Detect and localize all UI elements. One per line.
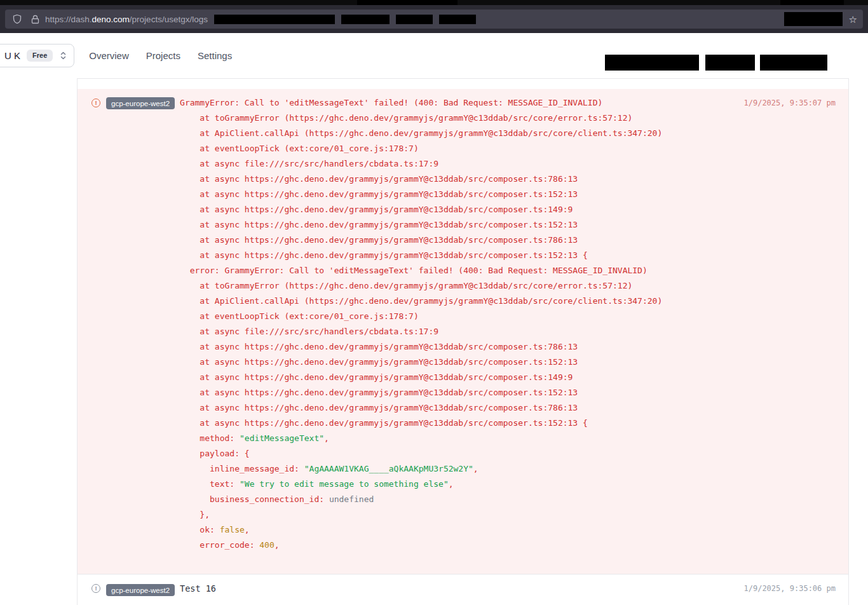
log-line: at async https://ghc.deno.dev/grammyjs/g…: [180, 370, 733, 385]
log-entry-error[interactable]: ! gcp-europe-west2 GrammyError: Call to …: [78, 89, 848, 574]
previous-entry-partial: [78, 79, 848, 89]
log-line: at async https://ghc.deno.dev/grammyjs/g…: [180, 248, 733, 263]
log-line: inline_message_id: "AgAAAAW1VKAG____aQkA…: [180, 461, 733, 477]
redacted-header-item: [705, 55, 755, 71]
log-timestamp: 1/9/2025, 9:35:07 pm: [744, 95, 836, 111]
redacted-header-item: [760, 55, 827, 71]
app-header: U K Free Overview Projects Settings: [0, 33, 868, 78]
logs-page: ! gcp-europe-west2 GrammyError: Call to …: [0, 78, 868, 605]
org-switcher[interactable]: U K Free: [0, 44, 74, 67]
log-line: at async https://ghc.deno.dev/grammyjs/g…: [180, 385, 733, 400]
log-line: at async file:///src/src/handlers/cbdata…: [180, 156, 733, 172]
log-line: error_code: 400,: [180, 538, 733, 553]
region-badge: gcp-europe-west2: [106, 97, 175, 109]
redacted-url-extra: [214, 15, 335, 24]
log-line: at toGrammyError (https://ghc.deno.dev/g…: [180, 278, 733, 294]
log-line: at async https://ghc.deno.dev/grammyjs/g…: [180, 187, 733, 202]
info-log-message: Test 16: [180, 582, 733, 595]
nav-settings[interactable]: Settings: [198, 50, 232, 61]
log-line: },: [180, 507, 733, 522]
browser-chrome: https://dash.deno.com/projects/usetgx/lo…: [0, 0, 868, 33]
log-line: text: "We try to edit message to somethi…: [180, 477, 733, 492]
log-line: at async https://ghc.deno.dev/grammyjs/g…: [180, 202, 733, 217]
log-line: GrammyError: Call to 'editMessageText' f…: [180, 95, 733, 111]
log-line: at ApiClient.callApi (https://ghc.deno.d…: [180, 294, 733, 309]
chevron-up-down-icon: [59, 51, 67, 60]
log-line: at async https://ghc.deno.dev/grammyjs/g…: [180, 416, 733, 431]
url-path: /projects/usetgx/logs: [130, 15, 208, 24]
log-entry-info[interactable]: ! gcp-europe-west2 Test 16 1/9/2025, 9:3…: [78, 574, 848, 605]
log-line: ok: false,: [180, 522, 733, 538]
browser-tab-strip: [0, 0, 868, 5]
log-line: at async file:///src/src/handlers/cbdata…: [180, 324, 733, 339]
log-line: payload: {: [180, 446, 733, 461]
log-line: at eventLoopTick (ext:core/01_core.js:17…: [180, 309, 733, 324]
lock-icon[interactable]: [31, 15, 39, 24]
redacted-url-extra: [341, 15, 390, 24]
browser-toolbar: https://dash.deno.com/projects/usetgx/lo…: [0, 5, 868, 33]
log-line: method: "editMessageText",: [180, 431, 733, 446]
url-bar[interactable]: https://dash.deno.com/projects/usetgx/lo…: [5, 10, 863, 29]
nav-projects[interactable]: Projects: [146, 50, 180, 61]
url-text: https://dash.deno.com/projects/usetgx/lo…: [45, 15, 208, 24]
redacted-header-item: [605, 55, 699, 71]
bookmark-star-icon[interactable]: ☆: [849, 15, 857, 24]
redacted-toolbar-icons: [784, 12, 843, 26]
main-nav: Overview Projects Settings: [89, 50, 232, 61]
redacted-url-extra: [396, 15, 433, 24]
log-line: at eventLoopTick (ext:core/01_core.js:17…: [180, 141, 733, 156]
log-line: at toGrammyError (https://ghc.deno.dev/g…: [180, 111, 733, 126]
log-line: at async https://ghc.deno.dev/grammyjs/g…: [180, 400, 733, 416]
plan-badge: Free: [27, 50, 53, 62]
error-log-lines: GrammyError: Call to 'editMessageText' f…: [180, 95, 733, 553]
log-line: error: GrammyError: Call to 'editMessage…: [180, 263, 733, 278]
log-line: at async https://ghc.deno.dev/grammyjs/g…: [180, 233, 733, 248]
log-line: business_connection_id: undefined: [180, 492, 733, 507]
info-level-icon: !: [92, 584, 100, 593]
log-line: at async https://ghc.deno.dev/grammyjs/g…: [180, 355, 733, 370]
nav-overview[interactable]: Overview: [89, 50, 129, 61]
redacted-tab-title: [357, 0, 458, 5]
region-badge: gcp-europe-west2: [106, 584, 175, 596]
log-line: at ApiClient.callApi (https://ghc.deno.d…: [180, 126, 733, 141]
shield-icon[interactable]: [12, 14, 22, 24]
log-panel: ! gcp-europe-west2 GrammyError: Call to …: [77, 78, 849, 605]
url-scheme: https://: [45, 15, 71, 24]
log-line: at async https://ghc.deno.dev/grammyjs/g…: [180, 217, 733, 233]
redacted-tab-controls: [780, 0, 844, 5]
error-level-icon: !: [92, 99, 100, 107]
log-timestamp: 1/9/2025, 9:35:06 pm: [744, 582, 836, 595]
url-subdomain: dash.: [71, 15, 92, 24]
org-name: U K: [4, 50, 20, 61]
url-domain: deno.com: [92, 15, 130, 24]
redacted-url-extra: [439, 15, 476, 24]
log-line: at async https://ghc.deno.dev/grammyjs/g…: [180, 172, 733, 187]
log-line: at async https://ghc.deno.dev/grammyjs/g…: [180, 339, 733, 355]
